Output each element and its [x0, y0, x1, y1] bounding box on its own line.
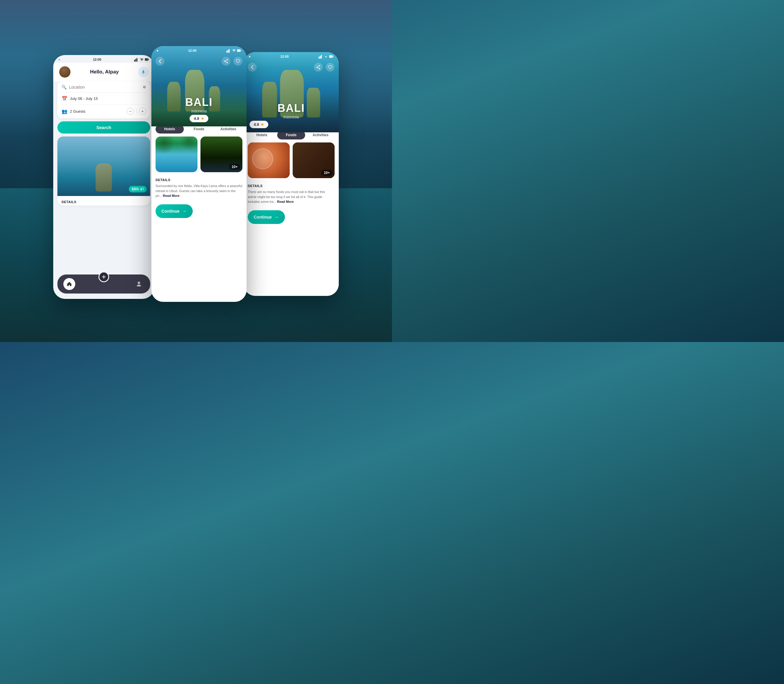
- hero-subtitle-2: Indonesia: [152, 109, 247, 113]
- status-dot: [59, 59, 60, 60]
- svg-point-7: [138, 282, 140, 284]
- badge-percent: 68%: [132, 187, 139, 191]
- search-button[interactable]: Search: [57, 121, 150, 134]
- hero-rating-2: 4.9 ★: [189, 115, 208, 122]
- increase-guests-button[interactable]: +: [139, 108, 146, 115]
- hero-title-3: BALI: [244, 102, 339, 115]
- svg-rect-13: [240, 50, 241, 51]
- avatar-image: [59, 66, 71, 77]
- images-grid-3: 10+: [244, 142, 339, 181]
- search-form: 🔍 ⚙ 📅 July 08 - July 15 👥 2 Guests − +: [57, 81, 150, 118]
- wifi-icon: [139, 57, 144, 61]
- svg-point-6: [143, 73, 144, 74]
- svg-rect-20: [320, 56, 321, 58]
- svg-rect-0: [134, 60, 135, 61]
- svg-line-28: [317, 66, 319, 67]
- continue-button-2[interactable]: Continue →: [156, 204, 193, 218]
- svg-line-17: [225, 60, 227, 61]
- back-icon-3: [251, 65, 254, 69]
- home-icon: [67, 281, 72, 287]
- read-more-3[interactable]: Read More: [277, 200, 294, 203]
- heart-icon-2: [236, 59, 240, 63]
- svg-rect-19: [319, 57, 319, 58]
- status-time-3: 12:00: [280, 55, 289, 58]
- status-dot-2: [157, 50, 158, 52]
- hotel-image-1: [156, 137, 197, 172]
- hero-title-2: BALI: [152, 96, 247, 108]
- bell-icon: [141, 69, 146, 74]
- svg-rect-24: [333, 56, 333, 57]
- profile-icon: [136, 281, 142, 287]
- destination-card: 68% 🏷 DETAILS Thailand, one of Asia's mo…: [57, 137, 150, 205]
- share-button-3[interactable]: [314, 63, 323, 72]
- signal-icon-2: [226, 48, 231, 53]
- hero-actions-2: [222, 57, 242, 66]
- guests-controls: − +: [127, 108, 146, 115]
- home-nav-button[interactable]: [63, 278, 75, 290]
- tag-icon: 🏷: [140, 187, 144, 191]
- palm-overlay: [156, 137, 197, 158]
- decrease-guests-button[interactable]: −: [127, 108, 134, 115]
- divider: [136, 108, 137, 114]
- share-button-2[interactable]: [222, 57, 231, 66]
- guests-label: 2 Guests: [70, 109, 124, 114]
- details-section-2: DETAILS Surrounded by rice fields, Villa…: [152, 175, 247, 201]
- back-button-2[interactable]: [156, 57, 165, 66]
- favorite-button-2[interactable]: [234, 57, 242, 66]
- battery-icon-2: [237, 48, 241, 53]
- date-value: July 08 - July 15: [70, 96, 146, 101]
- profile-nav-button[interactable]: [134, 279, 144, 289]
- card-details-label: DETAILS: [61, 200, 146, 204]
- hotel-image-2: 10+: [200, 137, 242, 172]
- hero-rating-3: 4.9 ★: [250, 121, 268, 128]
- phone-3-content: 12:00: [244, 52, 339, 296]
- greeting-text: Hello, Alpay: [90, 69, 119, 75]
- continue-button-3[interactable]: Continue →: [248, 210, 285, 224]
- details-label-3: DETAILS: [248, 184, 335, 188]
- svg-rect-9: [227, 50, 228, 53]
- details-section-3: DETAILS There are so many foods you must…: [244, 181, 339, 207]
- details-label-2: DETAILS: [156, 178, 242, 182]
- filter-icon[interactable]: ⚙: [143, 85, 146, 89]
- svg-rect-1: [136, 59, 136, 61]
- back-button-3[interactable]: [248, 63, 256, 72]
- favorite-button-3[interactable]: [326, 63, 335, 72]
- read-more-2[interactable]: Read More: [163, 194, 179, 197]
- signal-icon: [134, 57, 138, 61]
- svg-rect-2: [137, 58, 137, 61]
- rock-formation: [96, 163, 112, 192]
- hero-section-2: BALI Indonesia 4.9 ★: [152, 46, 247, 126]
- add-nav-button[interactable]: [98, 271, 109, 282]
- hero-section-3: BALI Indonesia 4.9 ★: [244, 52, 339, 132]
- signal-icon-3: [319, 55, 323, 58]
- star-icon-2: ★: [201, 116, 204, 121]
- phone-1-body: Hello, Alpay 🔍 ⚙ 📅 July 08 - Jul: [53, 63, 154, 298]
- wifi-icon-3: [324, 55, 328, 58]
- status-bar-1: 12:00: [53, 55, 154, 63]
- notification-button[interactable]: [138, 67, 148, 77]
- svg-rect-23: [329, 56, 332, 57]
- more-badge-3: 10+: [321, 170, 332, 176]
- heart-icon-3: [328, 65, 332, 69]
- star-icon-3: ★: [261, 122, 264, 127]
- share-icon-3: [316, 65, 320, 69]
- guests-row: 👥 2 Guests − +: [61, 108, 146, 115]
- svg-rect-21: [321, 55, 322, 58]
- bottom-nav: [57, 274, 150, 294]
- phone-body-2: Hotels Foods Activities 10+ DETA: [152, 121, 247, 302]
- status-bar-2: 12:00: [152, 46, 247, 54]
- plate-1: [252, 148, 273, 169]
- food-image-2: 10+: [293, 142, 335, 178]
- avatar: [59, 66, 71, 77]
- arrow-icon-3: →: [274, 215, 279, 220]
- plus-icon: [102, 274, 106, 279]
- status-icons-3: [319, 55, 333, 58]
- location-input[interactable]: [69, 85, 140, 90]
- images-grid-2: 10+: [152, 137, 247, 175]
- status-icons-1: [134, 57, 149, 61]
- hero-actions-3: [314, 63, 335, 72]
- svg-line-29: [317, 67, 319, 69]
- back-icon-2: [158, 59, 161, 64]
- svg-rect-12: [237, 50, 240, 51]
- more-badge-2: 10+: [229, 164, 240, 170]
